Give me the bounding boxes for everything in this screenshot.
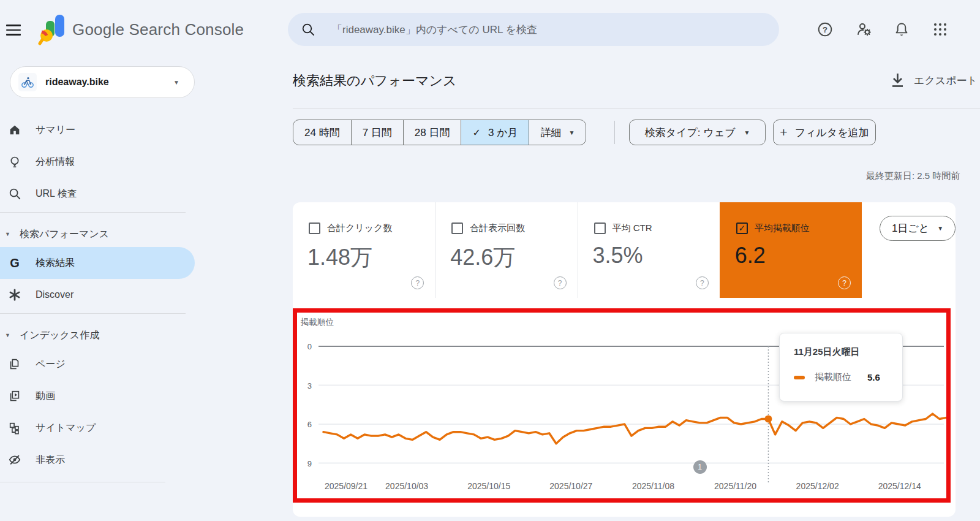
- property-favicon-bike-icon: [18, 73, 37, 91]
- sidebar-item-URL 検査[interactable]: URL 検査: [0, 178, 195, 210]
- property-selector[interactable]: rideaway.bike ▼: [10, 66, 195, 98]
- export-button[interactable]: エクスポート: [890, 72, 978, 88]
- video-icon: [7, 389, 22, 403]
- help-icon[interactable]: ?: [838, 276, 851, 289]
- section-header-label: インデックス作成: [20, 329, 99, 342]
- url-inspect-search-bar[interactable]: 「rideaway.bike」内のすべての URL を検査: [288, 13, 779, 46]
- chevron-down-icon: ▼: [937, 225, 943, 232]
- sidebar-item-label: Discover: [36, 289, 74, 300]
- date-range-segmented-control: 24 時間7 日間28 日間✓3 か月詳細▼: [293, 120, 586, 145]
- apps-grid-icon[interactable]: [931, 20, 949, 39]
- google-g-icon: G: [7, 256, 22, 270]
- y-tick-label: 6: [307, 420, 312, 429]
- metric-card-label: 平均掲載順位: [755, 222, 810, 234]
- sidebar-item-ページ[interactable]: ページ: [0, 348, 195, 380]
- tooltip-metric-value: 5.6: [867, 372, 880, 382]
- sidebar-item-非表示[interactable]: 非表示: [0, 444, 195, 476]
- position-chart-area[interactable]: 掲載順位 03692025/09/212025/10/032025/10/152…: [293, 308, 951, 503]
- sidebar-item-label: URL 検査: [36, 188, 77, 200]
- user-settings-icon[interactable]: [854, 20, 873, 39]
- metric-card-label: 平均 CTR: [612, 222, 652, 234]
- export-label: エクスポート: [914, 74, 978, 88]
- help-icon[interactable]: ?: [696, 276, 709, 289]
- pages-icon: [7, 357, 22, 371]
- section-header-label: 検索パフォーマンス: [20, 228, 109, 241]
- sidebar-item-label: サマリー: [36, 124, 75, 137]
- metric-card-value: 42.6万: [450, 243, 515, 273]
- search-icon: [7, 186, 22, 201]
- range-segment-24 時間[interactable]: 24 時間: [293, 120, 351, 145]
- y-tick-label: 0: [307, 342, 312, 351]
- lightbulb-icon: [7, 154, 22, 169]
- x-tick-label: 2025/11/20: [714, 481, 756, 491]
- help-icon[interactable]: ?: [411, 276, 424, 289]
- search-console-logo-icon: [38, 13, 69, 45]
- annotation-badge[interactable]: 1: [693, 460, 707, 474]
- sidebar-section-header[interactable]: ▼検索パフォーマンス: [0, 222, 195, 246]
- notifications-bell-icon[interactable]: [892, 20, 911, 39]
- x-tick-label: 2025/10/15: [467, 481, 510, 491]
- divider: [293, 108, 980, 109]
- sidebar-item-サマリー[interactable]: サマリー: [0, 114, 195, 146]
- top-app-bar: Google Search Console 「rideaway.bike」内のす…: [0, 0, 980, 59]
- metric-card-合計表示回数[interactable]: 合計表示回数42.6万?: [435, 202, 577, 298]
- search-type-label: 検索タイプ: ウェブ: [645, 126, 736, 140]
- x-tick-label: 2025/11/08: [632, 481, 674, 491]
- home-icon: [7, 123, 22, 137]
- sidebar-item-サイトマップ[interactable]: サイトマップ: [0, 412, 195, 444]
- range-segment-7 日間[interactable]: 7 日間: [351, 120, 403, 145]
- range-segment-3 か月[interactable]: ✓3 か月: [461, 120, 529, 145]
- hover-data-point[interactable]: [764, 416, 772, 423]
- checkbox-unchecked-icon[interactable]: [309, 222, 320, 234]
- metric-card-平均掲載順位[interactable]: ✓平均掲載順位6.2?: [720, 202, 862, 298]
- metric-card-label: 合計表示回数: [470, 222, 525, 234]
- sidebar-item-動画[interactable]: 動画: [0, 380, 195, 412]
- help-icon[interactable]: ?: [816, 20, 834, 39]
- hamburger-menu-icon[interactable]: [6, 21, 22, 37]
- sidebar: rideaway.bike ▼ サマリー分析情報URL 検査▼検索パフォーマンス…: [0, 59, 195, 521]
- sidebar-item-label: 動画: [36, 390, 55, 403]
- divider: [614, 121, 615, 144]
- product-name: Google Search Console: [72, 20, 244, 39]
- sidebar-item-検索結果[interactable]: G検索結果: [0, 247, 195, 279]
- position-line-series[interactable]: [323, 414, 946, 444]
- chevron-down-icon: ▼: [5, 332, 10, 338]
- metric-card-合計クリック数[interactable]: 合計クリック数1.48万?: [293, 202, 435, 298]
- granularity-dropdown[interactable]: 1日ごと ▼: [880, 216, 956, 241]
- x-tick-label: 2025/10/27: [549, 481, 592, 491]
- sitemap-icon: [7, 420, 22, 435]
- property-name: rideaway.bike: [45, 77, 109, 88]
- divider: [0, 313, 186, 314]
- range-segment-label: 7 日間: [363, 126, 392, 140]
- chevron-down-icon: ▼: [173, 79, 179, 86]
- sidebar-item-label: 分析情報: [36, 156, 75, 169]
- sidebar-item-label: 非表示: [36, 454, 65, 466]
- range-segment-詳細[interactable]: 詳細▼: [529, 120, 586, 145]
- sidebar-item-Discover[interactable]: Discover: [0, 279, 195, 311]
- x-tick-label: 2025/12/14: [878, 481, 921, 491]
- metric-card-value: 3.5%: [593, 243, 643, 268]
- range-segment-label: 24 時間: [304, 126, 340, 140]
- divider: [0, 482, 165, 482]
- chart-tooltip: 11月25日火曜日 掲載順位 5.6: [779, 333, 903, 401]
- add-filter-button[interactable]: + フィルタを追加: [773, 120, 876, 145]
- metric-card-label: 合計クリック数: [327, 222, 392, 234]
- svg-text:?: ?: [823, 25, 827, 34]
- y-tick-label: 9: [307, 459, 312, 468]
- check-icon: ✓: [472, 127, 480, 139]
- checkbox-unchecked-icon[interactable]: [594, 222, 606, 234]
- tooltip-date: 11月25日火曜日: [794, 346, 902, 358]
- search-icon: [301, 23, 315, 36]
- metric-card-平均 CTR[interactable]: 平均 CTR3.5%?: [578, 202, 720, 298]
- help-icon[interactable]: ?: [554, 276, 567, 289]
- sidebar-item-分析情報[interactable]: 分析情報: [0, 146, 195, 178]
- sidebar-section-header[interactable]: ▼インデックス作成: [0, 323, 195, 348]
- divider: [0, 212, 186, 213]
- sidebar-item-label: ページ: [36, 358, 66, 371]
- chevron-down-icon: ▼: [744, 129, 750, 136]
- range-segment-28 日間[interactable]: 28 日間: [403, 120, 461, 145]
- checkbox-checked-icon[interactable]: ✓: [736, 222, 748, 234]
- search-type-filter-button[interactable]: 検索タイプ: ウェブ ▼: [629, 120, 766, 145]
- checkbox-unchecked-icon[interactable]: [451, 222, 463, 234]
- chevron-down-icon: ▼: [568, 129, 575, 136]
